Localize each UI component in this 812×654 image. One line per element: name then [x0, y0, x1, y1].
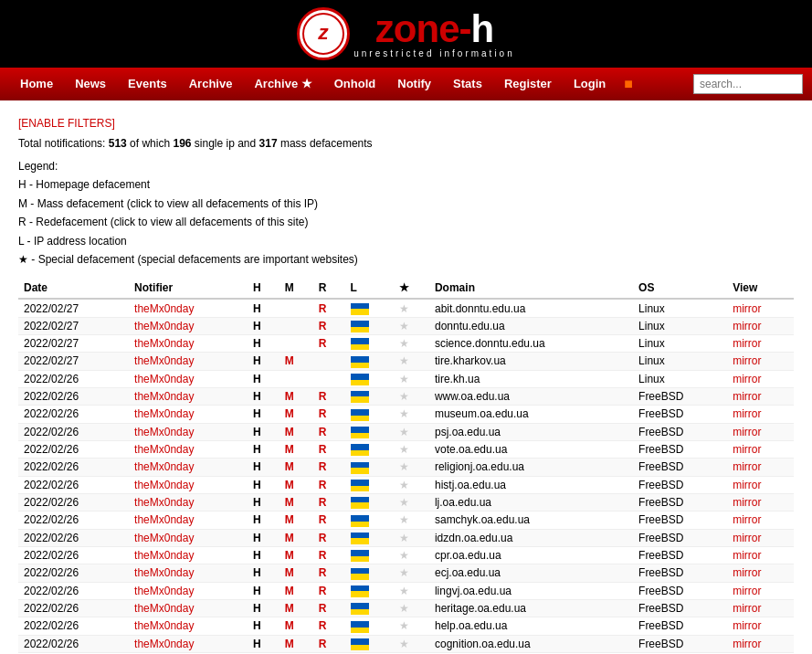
domain-link[interactable]: vote.oa.edu.ua [435, 443, 507, 456]
cell-date: 2022/02/26 [18, 599, 129, 617]
domain-link[interactable]: psj.oa.edu.ua [435, 426, 501, 438]
domain-link[interactable]: ecj.oa.edu.ua [435, 566, 501, 579]
mirror-link[interactable]: mirror [733, 479, 761, 491]
domain-link[interactable]: samchyk.oa.edu.ua [435, 513, 530, 526]
mirror-link[interactable]: mirror [733, 619, 761, 632]
flag-icon [351, 638, 369, 650]
nav-archive-special[interactable]: Archive ★ [243, 68, 322, 100]
notifier-link[interactable]: theMx0nday [134, 443, 194, 456]
domain-link[interactable]: museum.oa.edu.ua [435, 407, 529, 420]
nav-login[interactable]: Login [563, 68, 617, 100]
domain-link[interactable]: lj.oa.edu.ua [435, 496, 491, 509]
notifier-link[interactable]: theMx0nday [134, 460, 194, 473]
notifier-link[interactable]: theMx0nday [134, 426, 194, 438]
domain-link[interactable]: help.oa.edu.ua [435, 619, 507, 632]
enable-filters-link[interactable]: [ENABLE FILTERS] [18, 117, 794, 130]
cell-os: FreeBSD [633, 440, 727, 458]
domain-link[interactable]: idzdn.oa.edu.ua [435, 532, 512, 544]
main-content: [ENABLE FILTERS] Total notifications: 51… [0, 100, 812, 654]
notifier-link[interactable]: theMx0nday [134, 407, 194, 420]
table-row: 2022/02/26 theMx0nday H ★ tire.kh.ua Lin… [18, 370, 794, 387]
mirror-link[interactable]: mirror [733, 426, 761, 438]
nav-archive[interactable]: Archive [178, 68, 244, 100]
mirror-link[interactable]: mirror [733, 373, 761, 385]
cell-domain: donntu.edu.ua [429, 317, 633, 334]
cell-h: H [248, 387, 279, 405]
mirror-link[interactable]: mirror [733, 532, 761, 544]
domain-link[interactable]: lingvj.oa.edu.ua [435, 585, 511, 597]
cell-flag [345, 440, 395, 458]
domain-link[interactable]: science.donntu.edu.ua [435, 337, 545, 350]
cell-os: Linux [633, 370, 727, 387]
notifier-link[interactable]: theMx0nday [134, 532, 194, 544]
cell-star: ★ [394, 423, 429, 440]
mirror-link[interactable]: mirror [733, 513, 761, 526]
mirror-link[interactable]: mirror [733, 460, 761, 473]
domain-link[interactable]: heritage.oa.edu.ua [435, 602, 526, 615]
nav-home[interactable]: Home [9, 68, 64, 100]
notifier-link[interactable]: theMx0nday [134, 549, 194, 562]
cell-os: FreeBSD [633, 512, 727, 529]
mirror-link[interactable]: mirror [733, 585, 761, 597]
mirror-link[interactable]: mirror [733, 496, 761, 509]
notifier-link[interactable]: theMx0nday [134, 302, 194, 315]
domain-link[interactable]: cpr.oa.edu.ua [435, 549, 501, 562]
mirror-link[interactable]: mirror [733, 638, 761, 650]
domain-link[interactable]: abit.donntu.edu.ua [435, 302, 525, 315]
notifier-link[interactable]: theMx0nday [134, 619, 194, 632]
nav-stats[interactable]: Stats [442, 68, 493, 100]
search-input[interactable] [693, 74, 803, 94]
mirror-link[interactable]: mirror [733, 549, 761, 562]
notifier-link[interactable]: theMx0nday [134, 354, 194, 367]
flag-icon [351, 444, 369, 456]
mirror-link[interactable]: mirror [733, 337, 761, 350]
notifier-link[interactable]: theMx0nday [134, 513, 194, 526]
mirror-link[interactable]: mirror [733, 320, 761, 332]
notifier-link[interactable]: theMx0nday [134, 638, 194, 650]
notifier-link[interactable]: theMx0nday [134, 602, 194, 615]
cell-star: ★ [394, 387, 429, 405]
mirror-link[interactable]: mirror [733, 390, 761, 403]
mirror-link[interactable]: mirror [733, 443, 761, 456]
mirror-link[interactable]: mirror [733, 354, 761, 367]
domain-link[interactable]: www.oa.edu.ua [435, 390, 510, 403]
cell-domain: tire.kh.ua [429, 370, 633, 387]
notifier-link[interactable]: theMx0nday [134, 479, 194, 491]
cell-notifier: theMx0nday [129, 423, 248, 440]
notifier-link[interactable]: theMx0nday [134, 496, 194, 509]
domain-link[interactable]: cognition.oa.edu.ua [435, 638, 531, 650]
cell-flag [345, 599, 395, 617]
flag-icon [351, 462, 369, 474]
nav-events[interactable]: Events [117, 68, 178, 100]
domain-link[interactable]: tire.kh.ua [435, 373, 480, 385]
flag-icon [351, 497, 369, 509]
domain-link[interactable]: donntu.edu.ua [435, 320, 505, 332]
notifier-link[interactable]: theMx0nday [134, 585, 194, 597]
notifier-link[interactable]: theMx0nday [134, 390, 194, 403]
nav-onhold[interactable]: Onhold [323, 68, 387, 100]
rss-icon[interactable]: ■ [617, 76, 640, 92]
cell-m: M [279, 635, 313, 652]
notifier-link[interactable]: theMx0nday [134, 320, 194, 332]
domain-link[interactable]: histj.oa.edu.ua [435, 479, 506, 491]
nav-register[interactable]: Register [493, 68, 563, 100]
mirror-link[interactable]: mirror [733, 407, 761, 420]
mirror-link[interactable]: mirror [733, 302, 761, 315]
table-row: 2022/02/26 theMx0nday H M R ★ histj.oa.e… [18, 476, 794, 493]
mirror-link[interactable]: mirror [733, 602, 761, 615]
cell-flag [345, 617, 395, 635]
notifier-link[interactable]: theMx0nday [134, 373, 194, 385]
table-header-row: Date Notifier H M R L ★ Domain OS View [18, 278, 794, 299]
domain-link[interactable]: tire.kharkov.ua [435, 354, 506, 367]
cell-os: FreeBSD [633, 459, 727, 476]
nav-news[interactable]: News [64, 68, 117, 100]
mirror-link[interactable]: mirror [733, 566, 761, 579]
notifier-link[interactable]: theMx0nday [134, 337, 194, 350]
domain-link[interactable]: religionj.oa.edu.ua [435, 460, 524, 473]
nav-notify[interactable]: Notify [386, 68, 442, 100]
notifier-link[interactable]: theMx0nday [134, 566, 194, 579]
main-nav: Home News Events Archive Archive ★ Onhol… [0, 68, 812, 100]
cell-os: FreeBSD [633, 529, 727, 546]
cell-domain: museum.oa.edu.ua [429, 406, 633, 423]
table-row: 2022/02/26 theMx0nday H M R ★ lingvj.oa.… [18, 582, 794, 599]
